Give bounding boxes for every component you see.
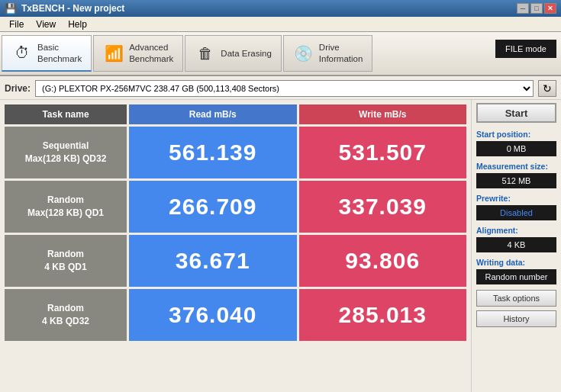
tab-advanced-benchmark[interactable]: 📶 AdvancedBenchmark [93, 35, 183, 72]
read-value-3: 376.040 [129, 289, 297, 341]
window-title: TxBENCH - New project [21, 3, 124, 14]
header-task: Task name [5, 104, 127, 124]
alignment-label: Alignment: [476, 226, 556, 235]
task-name-3: Random4 KB QD32 [5, 289, 127, 341]
write-value-2: 93.806 [299, 235, 467, 287]
advanced-benchmark-icon: 📶 [103, 43, 124, 64]
title-bar: 💾 TxBENCH - New project ─ □ ✕ [0, 0, 561, 17]
prewrite-value: Disabled [476, 205, 556, 220]
task-options-button[interactable]: Task options [476, 290, 556, 307]
left-panel: Task name Read mB/s Write mB/s Sequentia… [0, 100, 471, 392]
writing-data-label: Writing data: [476, 258, 556, 267]
task-name-1: RandomMax(128 KB) QD1 [5, 181, 127, 233]
main-content: Task name Read mB/s Write mB/s Sequentia… [0, 100, 561, 392]
start-position-label: Start position: [476, 130, 556, 139]
toolbar: ⏱ BasicBenchmark 📶 AdvancedBenchmark 🗑 D… [0, 32, 561, 76]
read-value-2: 36.671 [129, 235, 297, 287]
header-write: Write mB/s [299, 104, 467, 124]
basic-benchmark-icon: ⏱ [11, 43, 33, 64]
read-value-0: 561.139 [129, 127, 297, 178]
table-header: Task name Read mB/s Write mB/s [5, 104, 466, 124]
app-icon: 💾 [5, 3, 17, 14]
tab-data-erasing[interactable]: 🗑 Data Erasing [185, 35, 281, 72]
drive-refresh-button[interactable]: ↻ [538, 80, 556, 97]
write-value-3: 285.013 [299, 289, 467, 341]
maximize-button[interactable]: □ [530, 3, 543, 14]
minimize-button[interactable]: ─ [517, 3, 529, 14]
start-button[interactable]: Start [476, 103, 556, 123]
menu-view[interactable]: View [30, 18, 62, 31]
tab-basic-benchmark-label: BasicBenchmark [37, 42, 82, 65]
menu-file[interactable]: File [3, 18, 30, 31]
close-button[interactable]: ✕ [544, 3, 556, 14]
table-row: SequentialMax(128 KB) QD32 561.139 531.5… [5, 127, 466, 178]
benchmark-table: Task name Read mB/s Write mB/s Sequentia… [5, 104, 466, 392]
tab-advanced-benchmark-label: AdvancedBenchmark [129, 42, 173, 65]
right-panel: Start Start position: 0 MB Measurement s… [471, 100, 561, 392]
menu-bar: File View Help [0, 17, 561, 32]
table-row: RandomMax(128 KB) QD1 266.709 337.039 [5, 181, 466, 233]
task-name-2: Random4 KB QD1 [5, 235, 127, 287]
read-value-1: 266.709 [129, 181, 297, 233]
tab-drive-information[interactable]: 💿 DriveInformation [283, 35, 373, 72]
header-read: Read mB/s [129, 104, 297, 124]
task-name-0: SequentialMax(128 KB) QD32 [5, 127, 127, 178]
write-value-0: 531.507 [299, 127, 467, 178]
measurement-size-label: Measurement size: [476, 162, 556, 171]
drive-information-icon: 💿 [293, 43, 314, 64]
data-erasing-icon: 🗑 [195, 43, 216, 64]
tab-data-erasing-label: Data Erasing [221, 48, 271, 59]
measurement-size-value: 512 MB [476, 173, 556, 188]
table-row: Random4 KB QD1 36.671 93.806 [5, 235, 466, 287]
tab-basic-benchmark[interactable]: ⏱ BasicBenchmark [2, 35, 92, 72]
start-position-value: 0 MB [476, 141, 556, 156]
prewrite-label: Prewrite: [476, 194, 556, 203]
drive-select[interactable]: (G:) PLEXTOR PX-256M7VC 238.47 GB (500,1… [35, 80, 534, 97]
history-button[interactable]: History [476, 310, 556, 327]
menu-help[interactable]: Help [62, 18, 93, 31]
drive-label: Drive: [5, 83, 31, 94]
writing-data-value: Random number [476, 269, 556, 284]
tab-drive-information-label: DriveInformation [319, 42, 363, 65]
table-row: Random4 KB QD32 376.040 285.013 [5, 289, 466, 341]
alignment-value: 4 KB [476, 237, 556, 252]
write-value-1: 337.039 [299, 181, 467, 233]
file-mode-button[interactable]: FILE mode [495, 40, 556, 58]
